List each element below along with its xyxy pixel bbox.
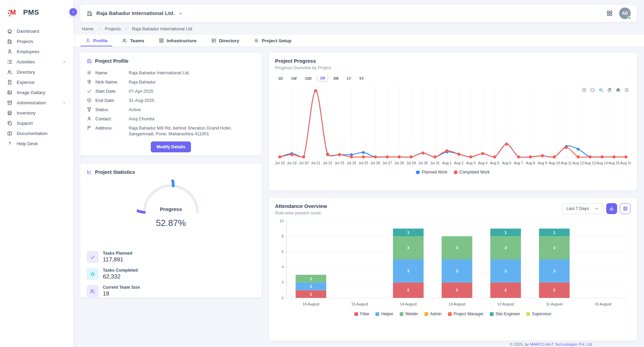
stat-icon-box <box>86 251 99 263</box>
range-5y[interactable]: 5Y <box>356 75 367 82</box>
tab-label: Infrastructure <box>167 38 197 43</box>
range-3m[interactable]: 3M <box>330 75 341 82</box>
sidebar-item-inventory[interactable]: Inventory <box>0 108 73 118</box>
range-1d[interactable]: 1D <box>275 75 286 82</box>
company-name: Raja Bahadur International Ltd. <box>96 10 175 16</box>
sidebar-item-help-desk[interactable]: Help Desk <box>0 138 73 149</box>
chev-left-icon <box>71 10 76 14</box>
sidebar-item-administration[interactable]: Administration <box>0 97 73 108</box>
breadcrumb-separator <box>97 27 101 31</box>
building-icon <box>7 39 13 44</box>
svg-text:Aug 4: Aug 4 <box>478 161 487 165</box>
star-icon <box>90 271 96 277</box>
legend-supervisor[interactable]: Supervisor <box>526 312 551 316</box>
company-selector[interactable]: Raja Bahadur International Ltd. <box>86 10 183 17</box>
home-icon <box>7 28 13 34</box>
svg-text:Aug 14: Aug 14 <box>596 161 608 165</box>
svg-text:Jul 23: Jul 23 <box>335 161 344 165</box>
people-icon <box>7 69 13 75</box>
range-1w[interactable]: 1W <box>288 75 300 82</box>
sidebar-item-projects[interactable]: Projects <box>0 36 73 46</box>
sidebar-item-label: Administration <box>17 100 46 105</box>
legend-admin[interactable]: Admin <box>424 312 442 316</box>
svg-text:10 August: 10 August <box>595 302 611 306</box>
legend-site-engineer[interactable]: Site Engineer <box>490 312 520 316</box>
minus-circle-icon[interactable] <box>590 87 595 93</box>
progress-gauge-label: Progress <box>160 206 182 212</box>
tab-label: Project Setup <box>262 38 291 43</box>
attendance-overview-card: Attendance Overview Role-wise present co… <box>269 198 637 341</box>
sidebar-item-image-gallary[interactable]: Image Gallary <box>0 87 73 97</box>
plus-circle-icon[interactable] <box>581 87 587 93</box>
profile-fields: Name:Raja Bahadur International Ltd.Nick… <box>86 70 255 137</box>
breadcrumb-item-raja-bahadur-international-ltd-[interactable]: Raja Bahadur International Ltd. <box>132 26 193 31</box>
range-15d[interactable]: 15D <box>302 75 315 82</box>
svg-text:Jul 18: Jul 18 <box>275 161 285 165</box>
sidebar-item-support[interactable]: Support <box>0 118 73 128</box>
tab-label: Directory <box>219 38 239 43</box>
sidebar-item-dashboard[interactable]: Dashboard <box>0 26 73 36</box>
sidebar-item-activities[interactable]: Activities <box>0 57 73 67</box>
person-icon <box>86 116 92 121</box>
profile-field-address-: Address:Raja Bahadur Mill Rd, behind She… <box>86 125 255 137</box>
tabs: ProfileTeamsInfrastructureDirectoryProje… <box>73 35 644 46</box>
user-avatar[interactable]: AD <box>619 7 631 19</box>
check-icon <box>86 88 92 94</box>
home-solid-icon[interactable] <box>615 87 621 93</box>
footer-company-link[interactable]: MARCO AIoT Technologies Pvt. Ltd. <box>530 342 593 346</box>
statistics-rows: Tasks Planned117,891Tasks Completed62,33… <box>86 251 255 297</box>
svg-text:3: 3 <box>504 269 506 273</box>
tab-project-setup[interactable]: Project Setup <box>249 35 296 46</box>
legend-helper[interactable]: Helper <box>375 312 393 316</box>
modify-details-button[interactable]: Modify Details <box>151 141 191 152</box>
tab-teams[interactable]: Teams <box>117 35 149 46</box>
app-logo[interactable]: M PMS <box>0 0 73 24</box>
apps-grid-button[interactable] <box>606 10 613 17</box>
sidebar-item-expense[interactable]: Expense <box>0 77 73 87</box>
legend-project-manager[interactable]: Project Manager <box>448 312 484 316</box>
menu-icon[interactable] <box>624 87 629 93</box>
range-1y[interactable]: 1Y <box>343 75 354 82</box>
svg-text:Aug 9: Aug 9 <box>538 161 547 165</box>
sidebar-item-documentation[interactable]: Documentation <box>0 128 73 138</box>
attendance-bar-chart[interactable]: 024681011116 August15 August233114 Augus… <box>275 218 631 310</box>
svg-text:Aug 13: Aug 13 <box>584 161 596 165</box>
svg-text:2: 2 <box>281 280 284 284</box>
svg-text:0: 0 <box>281 296 284 300</box>
legend-planned-work[interactable]: Planned Work <box>416 170 447 175</box>
svg-text:Aug 12: Aug 12 <box>573 161 584 165</box>
chart-view-button[interactable] <box>606 203 617 214</box>
receipt-icon <box>7 79 13 85</box>
field-label: End Date: <box>95 97 125 103</box>
chev-down-icon <box>178 11 183 16</box>
svg-text:3: 3 <box>407 269 409 273</box>
svg-text:Jul 28: Jul 28 <box>395 161 404 165</box>
sidebar-collapse-button[interactable] <box>69 8 77 16</box>
project-progress-line-chart[interactable]: Jul 18Jul 19Jul 20Jul 21Jul 22Jul 23Jul … <box>275 82 631 168</box>
svg-text:1: 1 <box>310 292 312 296</box>
sidebar-item-employees[interactable]: Employees <box>0 46 73 57</box>
zoom-select-icon[interactable] <box>598 87 604 93</box>
tab-directory[interactable]: Directory <box>206 35 244 46</box>
tab-infrastructure[interactable]: Infrastructure <box>154 35 202 46</box>
legend-welder[interactable]: Welder <box>400 312 418 316</box>
table-view-button[interactable] <box>620 203 631 214</box>
field-value: Anuj Chordia <box>129 116 255 122</box>
building-icon <box>86 58 92 64</box>
tab-label: Teams <box>130 38 144 43</box>
tab-profile[interactable]: Profile <box>80 35 112 46</box>
svg-text:16 August: 16 August <box>303 302 319 306</box>
sidebar-item-label: Help Desk <box>17 141 38 146</box>
attendance-range-select[interactable]: Last 7 Days <box>562 203 603 214</box>
bars-icon <box>609 206 614 211</box>
legend-fitter[interactable]: Fitter <box>354 312 369 316</box>
hand-icon[interactable] <box>607 87 612 93</box>
people-icon <box>90 288 96 294</box>
legend-completed-work[interactable]: Completed Work <box>454 170 490 175</box>
grid-icon <box>159 38 164 43</box>
breadcrumb-item-home[interactable]: Home <box>82 26 94 31</box>
sidebar-item-directory[interactable]: Directory <box>0 67 73 77</box>
range-1m[interactable]: 1M <box>317 75 328 82</box>
breadcrumb-item-projects[interactable]: Projects <box>105 26 121 31</box>
svg-text:3: 3 <box>456 246 458 250</box>
